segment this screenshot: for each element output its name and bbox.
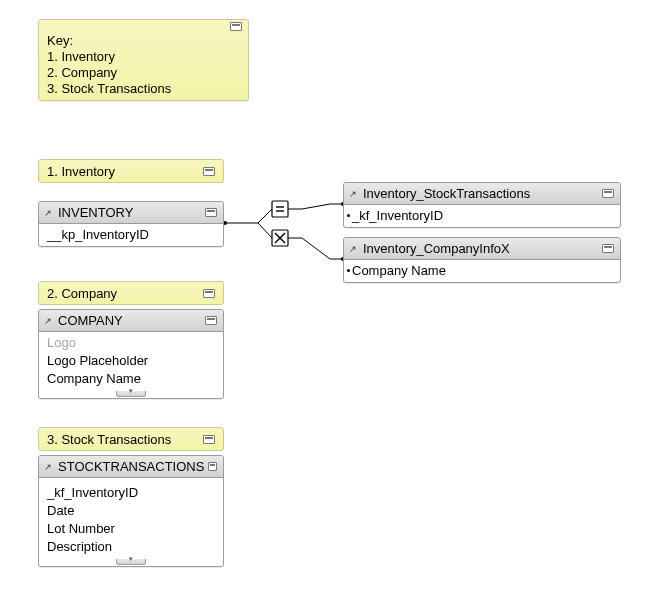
- key-item: 3. Stock Transactions: [47, 81, 240, 97]
- table-title: COMPANY: [58, 313, 201, 328]
- expand-icon[interactable]: ↗: [44, 316, 54, 326]
- expand-icon[interactable]: ↗: [44, 462, 54, 472]
- section-label-text: 1. Inventory: [47, 164, 115, 179]
- window-control-icon[interactable]: [230, 22, 242, 31]
- resize-handle[interactable]: [39, 390, 223, 398]
- section-label-company[interactable]: 2. Company: [38, 281, 224, 305]
- relationship-graph-canvas: Key: 1. Inventory 2. Company 3. Stock Tr…: [0, 0, 666, 597]
- section-label-stocktransactions[interactable]: 3. Stock Transactions: [38, 427, 224, 451]
- window-control-icon[interactable]: [602, 189, 614, 198]
- field[interactable]: Company Name: [39, 370, 223, 388]
- field[interactable]: __kp_InventoryID: [39, 226, 223, 244]
- table-company[interactable]: ↗ COMPANY Logo Logo Placeholder Company …: [38, 309, 224, 399]
- field[interactable]: Date: [39, 502, 223, 520]
- expand-icon[interactable]: ↗: [349, 244, 359, 254]
- key-heading: Key:: [47, 33, 240, 49]
- table-title: INVENTORY: [58, 205, 201, 220]
- svg-line-8: [275, 233, 285, 243]
- window-control-icon[interactable]: [203, 435, 215, 444]
- expand-icon[interactable]: ↗: [349, 189, 359, 199]
- svg-line-7: [275, 233, 285, 243]
- resize-handle[interactable]: [39, 558, 223, 566]
- field[interactable]: Lot Number: [39, 520, 223, 538]
- section-label-inventory[interactable]: 1. Inventory: [38, 159, 224, 183]
- svg-rect-6: [272, 230, 288, 246]
- section-label-text: 3. Stock Transactions: [47, 432, 171, 447]
- window-control-icon[interactable]: [203, 167, 215, 176]
- table-stocktransactions[interactable]: ↗ STOCKTRANSACTIONS _kf_InventoryID Date…: [38, 455, 224, 567]
- svg-rect-3: [272, 201, 288, 217]
- table-title: Inventory_StockTransactions: [363, 186, 598, 201]
- table-inventory[interactable]: ↗ INVENTORY __kp_InventoryID: [38, 201, 224, 247]
- table-inv-companyinfox[interactable]: ↗ Inventory_CompanyInfoX Company Name: [343, 237, 621, 283]
- window-control-icon[interactable]: [205, 208, 217, 217]
- field[interactable]: _kf_InventoryID: [39, 484, 223, 502]
- expand-icon[interactable]: ↗: [44, 208, 54, 218]
- key-item: 2. Company: [47, 65, 240, 81]
- table-title: Inventory_CompanyInfoX: [363, 241, 598, 256]
- table-title: STOCKTRANSACTIONS: [58, 459, 204, 474]
- window-control-icon[interactable]: [205, 316, 217, 325]
- key-item: 1. Inventory: [47, 49, 240, 65]
- field[interactable]: Description: [39, 538, 223, 556]
- field[interactable]: Company Name: [344, 262, 620, 280]
- section-label-text: 2. Company: [47, 286, 117, 301]
- window-control-icon[interactable]: [602, 244, 614, 253]
- window-control-icon[interactable]: [208, 462, 217, 471]
- window-control-icon[interactable]: [203, 289, 215, 298]
- field[interactable]: _kf_InventoryID: [344, 207, 620, 225]
- table-inv-stocktransactions[interactable]: ↗ Inventory_StockTransactions _kf_Invent…: [343, 182, 621, 228]
- field[interactable]: Logo Placeholder: [39, 352, 223, 370]
- field[interactable]: Logo: [39, 334, 223, 352]
- key-note[interactable]: Key: 1. Inventory 2. Company 3. Stock Tr…: [38, 19, 249, 101]
